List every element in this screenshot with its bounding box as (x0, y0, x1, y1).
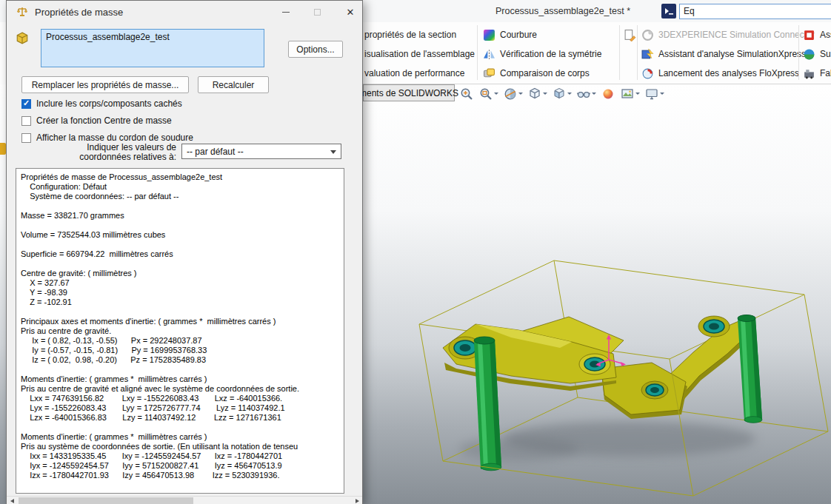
dropdown-arrow-icon[interactable] (660, 93, 664, 95)
dialog-title: Propriétés de masse (35, 7, 123, 18)
checkbox-label: Créer la fonction Centre de masse (36, 115, 172, 126)
command-search[interactable] (661, 3, 831, 19)
apply-scene-icon (620, 87, 635, 101)
ribbon-item-3dexperience-simulation[interactable]: 3DEXPERIENCE Simulation Connector (641, 27, 815, 43)
zoom-fit-button[interactable] (458, 86, 475, 101)
search-input[interactable] (679, 4, 831, 19)
scroll-left-button[interactable] (7, 497, 17, 504)
edit-appearance-button[interactable] (599, 86, 617, 101)
search-icon[interactable] (661, 4, 676, 19)
dropdown-arrow-icon[interactable] (494, 93, 498, 95)
ribbon-item-import-diagnostics[interactable] (624, 27, 636, 43)
solidworks-window: Processus_assemblage2e_test * propriétés… (0, 0, 831, 504)
ribbon-item-compare-bodies[interactable]: Comparaison de corps (483, 65, 590, 81)
model-shadow (459, 421, 755, 461)
ribbon-item-fabrication-cut[interactable]: Fabr (803, 65, 831, 81)
ribbon-item-floxpress[interactable]: Lancement des analyses FloXpress (641, 65, 799, 81)
document-name: Processus_assemblage2e_test (46, 32, 170, 42)
dropdown-arrow-icon[interactable] (518, 93, 523, 95)
center-hub (579, 354, 610, 374)
ribbon-item-section-properties[interactable]: propriétés de la section (364, 27, 456, 43)
view-orientation-button[interactable] (526, 86, 549, 101)
ribbon-item-simulationxpress[interactable]: Assistant d'analyse SimulationXpress (641, 46, 806, 62)
3dexperience-icon (641, 29, 654, 41)
ribbon-separator (637, 25, 638, 80)
hide-show-items-icon (576, 87, 591, 101)
ribbon-item-label: 3DEXPERIENCE Simulation Connector (658, 30, 815, 40)
ribbon-separator (477, 25, 478, 80)
coordinate-system-value: -- par défaut -- (187, 147, 244, 157)
edit-appearance-icon (601, 87, 615, 101)
ribbon-item-label: Lancement des analyses FloXpress (658, 68, 799, 78)
chevron-down-icon (330, 150, 336, 154)
ribbon-item-label: Comparaison de corps (500, 68, 590, 78)
ribbon-item-curvature[interactable]: Courbure (483, 27, 537, 43)
zoom-area-button[interactable] (477, 86, 500, 101)
ribbon-item-assistant-cut[interactable]: Assis (803, 27, 831, 43)
mass-properties-report[interactable]: Propriétés de masse de Processus_assembl… (16, 168, 344, 494)
dropdown-arrow-icon[interactable] (592, 93, 596, 95)
display-style-button[interactable] (550, 86, 573, 101)
assembly-document-icon (16, 32, 29, 45)
override-mass-properties-button[interactable]: Remplacer les propriétés de masse... (21, 76, 189, 93)
maximize-button[interactable] (306, 1, 328, 23)
checkbox-label: Inclure les corps/composants cachés (36, 98, 182, 109)
scroll-right-button[interactable] (352, 497, 362, 504)
dropdown-arrow-icon[interactable] (543, 93, 547, 95)
ribbon-separator (619, 25, 620, 80)
tab-complements-solidworks[interactable]: ments de SOLIDWORKS (363, 84, 455, 101)
ribbon-item-label: valuation de performance (364, 68, 464, 78)
checkbox-checked-icon[interactable] (21, 99, 31, 109)
ribbon-separator (798, 25, 799, 80)
symmetry-check-icon (483, 48, 495, 61)
dropdown-arrow-icon[interactable] (635, 93, 640, 95)
ribbon-item-label: propriétés de la section (364, 30, 456, 40)
hide-show-items-button[interactable] (575, 86, 598, 101)
horizontal-scrollbar[interactable] (7, 496, 362, 504)
checkbox-create-com[interactable]: Créer la fonction Centre de masse (21, 115, 172, 127)
dialog-titlebar[interactable]: Propriétés de masse (7, 1, 362, 23)
options-button[interactable]: Options... (288, 41, 343, 58)
ribbon-item-performance-evaluation[interactable]: valuation de performance (364, 65, 464, 81)
close-icon (347, 5, 355, 19)
compare-bodies-icon (483, 67, 495, 80)
checkbox-label: Afficher la masse du cordon de soudure (36, 132, 193, 143)
document-name-field[interactable]: Processus_assemblage2e_test (41, 29, 264, 67)
scrollbar-thumb[interactable] (19, 497, 193, 504)
ribbon-item-label: Susta (820, 49, 831, 59)
scene-svg (363, 84, 831, 504)
zoom-fit-icon (459, 87, 474, 101)
ribbon-item-label: Courbure (500, 30, 537, 40)
mass-properties-dialog: Propriétés de masse Processus_assemblage… (6, 0, 363, 504)
ribbon-item-sustainability-cut[interactable]: Susta (803, 46, 831, 62)
right-pin (738, 315, 762, 423)
checkbox-unchecked-icon[interactable] (21, 116, 31, 126)
property-manager-tab-icon[interactable] (0, 143, 6, 155)
ribbon-item-assembly-visualization[interactable]: isualisation de l'assemblage (364, 46, 475, 62)
minimize-button[interactable] (275, 1, 297, 23)
ribbon-item-label: Vérification de la symétrie (500, 49, 601, 59)
zoom-area-icon (478, 87, 493, 101)
dropdown-arrow-icon[interactable] (567, 93, 572, 95)
minimize-icon (282, 12, 290, 13)
sustainability-icon (803, 48, 815, 61)
left-edge-ribbon (0, 22, 6, 84)
section-view-button[interactable] (501, 86, 524, 101)
report-text: Propriétés de masse de Processus_assembl… (16, 169, 344, 480)
view-orientation-icon (527, 87, 542, 101)
view-settings-icon (644, 87, 659, 101)
ribbon-item-label: Assistant d'analyse SimulationXpress (658, 49, 806, 59)
ribbon-item-symmetry-check[interactable]: Vérification de la symétrie (483, 46, 601, 62)
coordinate-values-label: Indiquer les valeurs de coordonnées rela… (79, 143, 176, 162)
recalculate-button[interactable]: Recalculer (198, 76, 269, 93)
view-settings-button[interactable] (643, 86, 666, 101)
assistant-icon (803, 29, 815, 41)
mass-properties-icon (16, 6, 28, 18)
graphics-viewport[interactable] (363, 84, 831, 504)
ribbon-item-label: Assis (820, 30, 831, 40)
close-button[interactable] (337, 1, 364, 23)
checkbox-unchecked-icon[interactable] (21, 133, 31, 143)
coordinate-system-dropdown[interactable]: -- par défaut -- (181, 144, 341, 159)
checkbox-include-hidden[interactable]: Inclure les corps/composants cachés (21, 98, 182, 110)
apply-scene-button[interactable] (618, 86, 641, 101)
